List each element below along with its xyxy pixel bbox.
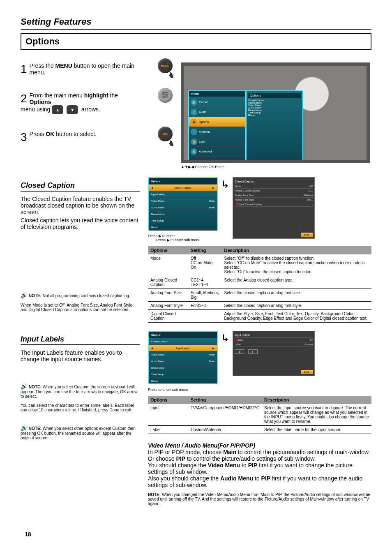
sliders-icon [161,91,169,99]
cc-desc-1: The Closed Caption feature enables the T… [21,196,140,215]
back-button[interactable]: Back [301,233,313,237]
menu-button-graphic: MENU [158,58,173,73]
table-row: Analog Font Size Small, Medium, Big Sele… [148,289,371,302]
options-icon: ≡ [191,119,197,125]
options-heading: Options [21,33,371,50]
advanced-icon: ⊕ [191,148,197,155]
tv-screen: Menu ⊞Picture ♫Audio ≡Options ⟂Antenna 🔒… [181,62,370,163]
cc-options-table: Options Setting Description Mode Off CC … [148,246,371,323]
step-2-num: 2 [21,92,27,105]
ok-button-graphic: OK [158,127,173,141]
svg-point-3 [163,92,164,94]
il-options-panel[interactable]: Options Closed Caption ◀Input Labels▶ Vi… [148,331,218,384]
lock-icon: 🔒 [191,138,197,145]
table-row: Label Custom/Antenna... Select the label… [148,426,371,434]
il-detail-panel[interactable]: Input Labels InputTV LabelCustom ◀ ▶ Bac… [233,331,315,376]
va-desc-3: You should change the Video Menu to PIP … [148,462,371,475]
closed-caption-title: Closed Caption [21,181,140,192]
cc-arrow-text: Press ▶ to enter Press ▶ to enter sub me… [148,234,218,242]
hand-icon [168,140,175,147]
audio-icon: ♫ [191,109,197,115]
il-menu-item[interactable]: ◀Input Labels▶ [149,345,217,351]
svg-point-5 [164,96,165,98]
step-1-num: 1 [21,62,27,76]
hand-icon [168,72,175,79]
cc-menu-item[interactable]: ◀Closed Caption▶ [149,185,217,191]
step-3-num: 3 [21,131,27,144]
table-row: Input TV/AV/Component/HDMI1/HDMI2/PC Sel… [148,404,371,426]
step-3-text: Press OK button to select. [30,131,97,137]
options-icon-button [158,88,173,103]
curve-arrow-icon: ↳ [221,332,229,344]
table-row: Analog Closed Caption CC1~4 TEXT1~4 Sele… [148,276,371,289]
step-2-text: From the main menu highlight the Options… [21,92,118,113]
il-options-table: Options Setting Description Input TV/AV/… [148,396,371,434]
osd-legend: ▲▼▶◀:Choose OK:Enter [181,165,371,169]
cc-desc-2: Closed caption lets you read the voice c… [21,217,140,230]
cc-options-panel[interactable]: Options ◀Closed Caption▶ Input Labels Vi… [148,177,218,231]
table-row: Analog Font Style Font1~3 Select the clo… [148,302,371,310]
il-arrow-text: Press to enter sub menu [148,388,218,392]
va-note: NOTE: When you changed the Video Menu/Au… [148,492,371,506]
cc-note: 🔊 NOTE: Not all programming contains clo… [21,292,140,312]
speaker-icon: 🔊 [21,383,28,390]
table-row: Digital Closed Caption Adjust the Style,… [148,310,371,323]
input-labels-title: Input Labels [21,335,140,345]
il-desc: The Input Labels feature enables you to … [21,349,140,362]
il-note: 🔊 NOTE: When you select Custom, the scre… [21,383,140,412]
back-button[interactable]: Back [301,370,313,374]
va-desc-2: Or choose PIP to control the picture/aud… [148,455,371,462]
cc-detail-panel[interactable]: Closed Caption ModeOff Analog Closed Cap… [233,177,315,239]
svg-point-4 [166,94,168,96]
step-1-text: Press the MENU button to open the main m… [30,62,134,76]
antenna-icon: ⟂ [191,129,197,135]
page-number: 18 [25,531,31,538]
va-desc-1: In PIP or POP mode, choose Main to contr… [148,449,371,455]
video-audio-title: Video Menu / Audio Menu(For PIP/POP) [148,442,371,449]
arrow-up-button: ▲ [52,105,63,114]
speaker-icon: 🔊 [21,425,28,431]
picture-icon: ⊞ [191,99,197,106]
va-desc-4: Also you should change the Audio Menu to… [148,475,371,488]
il-note-2: 🔊 NOTE: When you select other options ex… [21,425,140,440]
options-menu-item[interactable]: ≡Options [189,117,245,127]
osd-main-menu[interactable]: Menu ⊞Picture ♫Audio ≡Options ⟂Antenna 🔒… [188,90,246,163]
speaker-icon: 🔊 [21,292,28,298]
section-title: Setting Features [21,16,371,30]
arrow-down-button: ▼ [67,105,78,114]
osd-sub-menu[interactable]: Options Closed Caption Input Labels Vide… [246,90,303,163]
curve-arrow-icon: ↳ [221,179,229,190]
table-row: Mode Off CC on Mute On Select "Off" to d… [148,254,371,276]
